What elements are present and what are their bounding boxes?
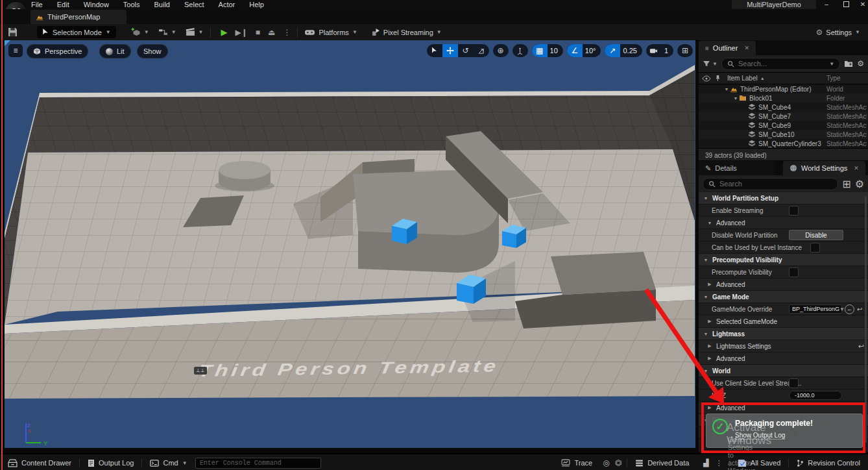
settings-dropdown[interactable]: ⚙ Settings ▼ <box>816 29 860 36</box>
subsection-advanced[interactable]: ▶Advanced <box>699 352 868 365</box>
reset-gamemode-button[interactable]: ↩ <box>857 306 862 313</box>
camera-speed-value[interactable]: 1 <box>662 47 673 55</box>
details-search-input[interactable]: Search <box>703 178 838 190</box>
maximize-viewport-button[interactable]: ⊞ <box>677 44 693 57</box>
menu-tools[interactable]: Tools <box>123 1 140 8</box>
grid-snap-toggle[interactable]: ▦ <box>532 44 548 57</box>
menu-actor[interactable]: Actor <box>219 1 235 8</box>
stats-icon[interactable]: ▟ <box>703 459 708 467</box>
new-folder-button[interactable] <box>844 60 853 68</box>
trace-button[interactable]: Trace <box>553 454 600 470</box>
outliner-row-actor[interactable]: SM_Cube4 StaticMeshActor <box>699 103 868 112</box>
minimize-button[interactable]: – <box>821 0 832 8</box>
world-local-toggle[interactable] <box>512 44 528 57</box>
blueprints-button[interactable]: ▼ <box>158 29 176 36</box>
section-world-partition-setup[interactable]: ▼World Partition Setup <box>699 192 868 204</box>
gamemode-override-dropdown[interactable]: BP_ThirdPersonG▼ <box>789 304 842 314</box>
menu-edit[interactable]: Edit <box>57 1 69 8</box>
surface-snap-button[interactable]: ⊕ <box>493 44 509 57</box>
content-drawer-button[interactable]: Content Drawer <box>0 454 79 470</box>
console-command-input[interactable] <box>195 458 321 469</box>
column-item-label[interactable]: Item Label <box>727 75 758 82</box>
close-button[interactable]: ✕ <box>858 0 868 8</box>
outliner-row-actor[interactable]: SM_Cube7 StaticMeshActor <box>699 112 868 121</box>
selection-mode-dropdown[interactable]: Selection Mode ▼ <box>37 26 116 38</box>
eject-button[interactable]: ⏏ <box>268 29 275 36</box>
cinematics-button[interactable]: ▼ <box>186 28 204 36</box>
outliner-row-folder[interactable]: ▼ Block01 Folder <box>699 93 868 103</box>
player-start-badge[interactable]: ⊥⊥ <box>194 367 207 375</box>
perspective-dropdown[interactable]: Perspective <box>27 44 88 58</box>
outliner-settings-button[interactable]: ⚙ <box>857 59 864 68</box>
rotate-tool-button[interactable]: ↺ <box>458 44 474 57</box>
add-actor-button[interactable]: ▼ <box>130 27 149 37</box>
all-saved-button[interactable]: All Saved <box>730 454 788 470</box>
derived-data-button[interactable]: Derived Data <box>627 454 697 470</box>
pin-icon[interactable] <box>715 75 721 82</box>
enable-streaming-checkbox[interactable] <box>789 206 799 216</box>
browse-asset-button[interactable]: ← <box>845 304 854 314</box>
outliner-row-world[interactable]: ▼ ThirdPersonMap (Editor) World <box>699 84 868 93</box>
subsection-advanced[interactable]: ▶Advanced <box>699 278 868 291</box>
select-tool-button[interactable] <box>427 44 442 57</box>
menu-window[interactable]: Window <box>84 1 109 8</box>
more-options-icon[interactable]: ⋮ <box>716 459 723 467</box>
insights-session-icon[interactable]: ◎ <box>603 458 609 467</box>
tab-thirdpersonmap[interactable]: ThirdPersonMap <box>30 10 127 24</box>
scale-snap-value[interactable]: 0.25 <box>620 47 642 55</box>
precompute-visibility-checkbox[interactable] <box>789 267 799 277</box>
outliner-row-actor[interactable]: SM_Cube9 StaticMeshActor <box>699 121 868 130</box>
outliner-search-input[interactable]: Search... ▼ <box>721 58 840 70</box>
output-log-button[interactable]: Output Log <box>80 454 141 470</box>
frame-skip-button[interactable]: ▶❙ <box>235 29 248 36</box>
menu-build[interactable]: Build <box>154 1 170 8</box>
section-game-mode[interactable]: ▼Game Mode <box>699 291 868 303</box>
close-icon[interactable]: ✕ <box>854 165 859 171</box>
close-icon[interactable]: ✕ <box>744 45 749 51</box>
scene-cylinder[interactable] <box>219 161 271 191</box>
kill-z-input[interactable]: -1000.0 <box>789 391 842 400</box>
filter-button[interactable]: ▼ <box>703 60 717 68</box>
menu-file[interactable]: File <box>31 1 43 8</box>
outliner-row-actor[interactable]: SM_QuarterCylinder3 StaticMeshActor <box>699 139 868 148</box>
details-settings-button[interactable]: ⚙ <box>855 178 864 190</box>
pixel-streaming-dropdown[interactable]: Pixel Streaming ▼ <box>372 28 442 36</box>
section-world[interactable]: ▼World <box>699 365 868 377</box>
column-type[interactable]: Type <box>826 75 867 82</box>
rotation-snap-value[interactable]: 10° <box>583 47 601 55</box>
menu-help[interactable]: Help <box>249 1 264 8</box>
outliner-row-actor[interactable]: SM_Cube10 StaticMeshActor <box>699 130 868 139</box>
play-options-button[interactable]: ⋮ <box>283 29 291 36</box>
section-lightmass[interactable]: ▼Lightmass <box>699 328 868 340</box>
disable-button[interactable]: Disable <box>789 230 843 240</box>
client-streaming-checkbox[interactable] <box>789 378 799 388</box>
eye-icon[interactable] <box>702 75 711 82</box>
cmd-dropdown[interactable]: Cmd ▼ <box>142 454 195 470</box>
section-precomputed-visibility[interactable]: ▼Precomputed Visibility <box>699 254 868 266</box>
grid-snap-value[interactable]: 10 <box>548 47 563 55</box>
viewport-options-button[interactable]: ≡ <box>8 44 23 57</box>
platforms-dropdown[interactable]: Platforms ▼ <box>304 29 357 36</box>
screenshot-icon[interactable]: ⏣ <box>615 458 621 467</box>
subsection-advanced[interactable]: ▼Advanced <box>699 217 868 229</box>
scale-tool-button[interactable] <box>474 44 489 57</box>
scale-snap-toggle[interactable]: ↗ <box>605 44 620 57</box>
tab-details[interactable]: ✎ Details <box>699 161 774 175</box>
display-filter-button[interactable]: ⊞ <box>842 178 850 190</box>
reset-lightmass-button[interactable]: ↩ <box>858 342 864 351</box>
camera-speed-button[interactable] <box>646 44 662 57</box>
restore-button[interactable] <box>841 0 851 8</box>
lit-dropdown[interactable]: Lit <box>99 44 131 58</box>
outliner-column-header[interactable]: Item Label ▲ Type <box>699 72 868 84</box>
tab-world-settings[interactable]: World Settings ✕ <box>783 161 865 175</box>
revision-control-button[interactable]: Revision Control <box>789 454 868 470</box>
tab-outliner[interactable]: ≡ Outliner ✕ <box>699 41 756 55</box>
rotation-snap-toggle[interactable]: ∠ <box>567 44 583 57</box>
move-tool-button[interactable] <box>442 44 458 57</box>
viewport-3d-scene[interactable] <box>5 40 695 448</box>
menu-select[interactable]: Select <box>184 1 204 8</box>
level-viewport[interactable]: Third Person Template ⊥⊥ ≡ Perspective L… <box>5 40 695 448</box>
subsection-lightmass-settings[interactable]: ▶Lightmass Settings↩ <box>699 340 868 352</box>
level-instance-checkbox[interactable] <box>810 243 820 253</box>
show-dropdown[interactable]: Show <box>137 44 168 58</box>
